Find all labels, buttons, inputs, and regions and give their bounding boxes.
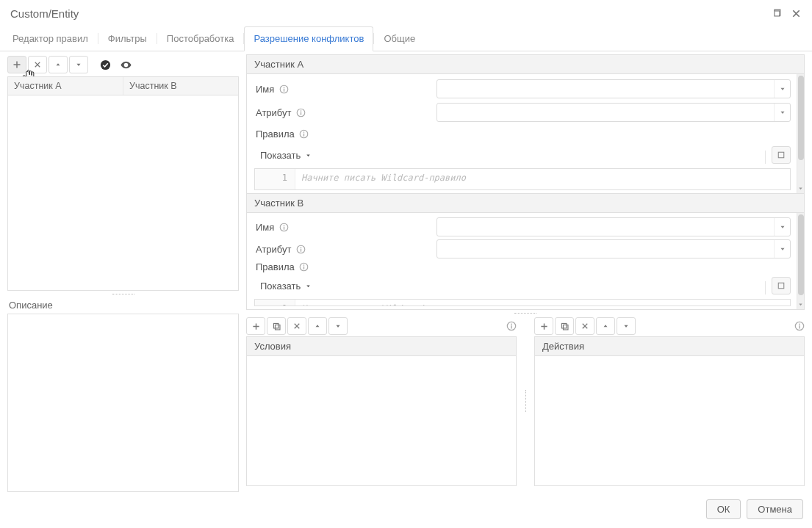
- titlebar: Custom/Entity: [0, 0, 812, 26]
- pa-show-dropdown[interactable]: Показать: [254, 148, 317, 163]
- grid-col-b[interactable]: Участник B: [123, 77, 238, 95]
- editor-placeholder: Начните писать Wildcard-правило: [295, 300, 790, 305]
- pb-rule-editor[interactable]: 1 Начните писать Wildcard-правило: [254, 299, 791, 306]
- right-vertical-splitter[interactable]: [246, 310, 805, 316]
- cond-up-button[interactable]: [308, 317, 327, 335]
- chevron-down-icon: [774, 218, 790, 236]
- conditions-header: Условия: [247, 337, 516, 356]
- pb-name-label: Имя: [256, 222, 274, 233]
- pa-rule-editor[interactable]: 1 Начните писать Wildcard-правило: [254, 168, 791, 190]
- left-vertical-splitter[interactable]: [7, 291, 239, 297]
- editor-gutter: 1: [255, 169, 295, 189]
- actions-column: Действия: [534, 316, 805, 486]
- info-icon[interactable]: [279, 222, 289, 232]
- cancel-button[interactable]: Отмена: [747, 499, 803, 519]
- conditions-box: Условия: [246, 336, 517, 486]
- pa-attr-select[interactable]: [436, 103, 791, 122]
- act-copy-button[interactable]: [555, 317, 574, 335]
- pb-show-dropdown[interactable]: Показать: [254, 278, 317, 294]
- participants-grid[interactable]: Участник A Участник B: [7, 76, 239, 291]
- act-delete-button[interactable]: [575, 317, 594, 335]
- cond-copy-button[interactable]: [267, 317, 286, 335]
- scrollbar-thumb[interactable]: [798, 76, 804, 160]
- chevron-down-icon: [774, 104, 790, 121]
- info-icon[interactable]: [295, 107, 306, 117]
- tab-general[interactable]: Общие: [374, 26, 425, 51]
- move-up-button[interactable]: [48, 56, 68, 73]
- act-add-button[interactable]: [534, 317, 553, 335]
- cond-down-button[interactable]: [328, 317, 348, 335]
- conditions-list[interactable]: [247, 356, 516, 485]
- description-textarea[interactable]: [7, 314, 239, 492]
- chevron-down-icon: [774, 240, 790, 258]
- grid-col-a[interactable]: Участник A: [8, 77, 123, 95]
- restore-icon[interactable]: [769, 6, 784, 21]
- editor-gutter: 1: [255, 300, 295, 305]
- add-button[interactable]: [7, 56, 26, 73]
- editor-placeholder: Начните писать Wildcard-правило: [295, 169, 790, 189]
- participant-a-header: Участник A: [247, 55, 804, 74]
- pb-rules-label: Правила: [256, 261, 295, 272]
- delete-button[interactable]: [28, 56, 47, 73]
- scrollbar-vert[interactable]: [797, 213, 804, 309]
- description-label: Описание: [7, 297, 239, 314]
- pb-attr-select[interactable]: [436, 239, 791, 258]
- conditions-actions-row: Условия: [246, 316, 805, 486]
- conditions-toolbar: [246, 316, 517, 336]
- dialog-window: Custom/Entity Редактор правил Фильтры По…: [0, 0, 812, 528]
- pa-rules-label: Правила: [256, 129, 295, 140]
- pb-name-select[interactable]: [436, 217, 791, 236]
- actions-box: Действия: [534, 336, 805, 486]
- tab-postprocess[interactable]: Постобработка: [157, 26, 244, 51]
- info-icon[interactable]: [506, 321, 517, 331]
- ok-button[interactable]: ОК: [706, 499, 741, 519]
- dialog-body: Участник A Участник B Описание: [0, 51, 812, 492]
- cond-add-button[interactable]: [246, 317, 265, 335]
- cond-delete-button[interactable]: [287, 317, 306, 335]
- info-icon[interactable]: [295, 244, 306, 254]
- pb-attr-label: Атрибут: [256, 244, 291, 255]
- scrollbar-thumb[interactable]: [798, 214, 804, 295]
- window-title: Custom/Entity: [10, 7, 765, 20]
- close-icon[interactable]: [788, 6, 803, 21]
- grid-header: Участник A Участник B: [8, 77, 238, 95]
- info-icon[interactable]: [794, 321, 805, 331]
- move-down-button[interactable]: [69, 56, 88, 73]
- actions-header: Действия: [535, 337, 804, 356]
- participant-b-panel: Участник B Имя: [247, 194, 804, 309]
- tab-bar: Редактор правил Фильтры Постобработка Ра…: [0, 26, 812, 51]
- act-down-button[interactable]: [617, 317, 636, 335]
- validate-icon[interactable]: [96, 56, 115, 73]
- pa-name-select[interactable]: [436, 79, 791, 98]
- info-icon[interactable]: [279, 84, 289, 94]
- scrollbar-vert[interactable]: [797, 74, 804, 193]
- grid-body[interactable]: [8, 95, 238, 290]
- conditions-actions-splitter[interactable]: [524, 316, 527, 486]
- pa-name-label: Имя: [256, 84, 274, 95]
- scroll-down-icon[interactable]: [797, 183, 804, 193]
- tab-rules-editor[interactable]: Редактор правил: [3, 26, 98, 51]
- info-icon[interactable]: [299, 262, 309, 272]
- actions-list[interactable]: [535, 356, 804, 485]
- left-toolbar: [7, 54, 239, 76]
- pb-maximize-editor-button[interactable]: [772, 277, 791, 294]
- info-icon[interactable]: [299, 129, 309, 139]
- participant-b-header: Участник B: [247, 194, 804, 213]
- tab-conflict-resolution[interactable]: Разрешение конфликтов: [244, 26, 373, 51]
- actions-toolbar: [534, 316, 805, 336]
- tab-filters[interactable]: Фильтры: [98, 26, 157, 51]
- pa-maximize-editor-button[interactable]: [772, 146, 791, 164]
- preview-icon[interactable]: [116, 56, 135, 73]
- participant-a-panel: Участник A Имя: [247, 55, 804, 193]
- conditions-column: Условия: [246, 316, 517, 486]
- act-up-button[interactable]: [596, 317, 615, 335]
- right-column: Участник A Имя: [246, 54, 805, 492]
- chevron-down-icon: [305, 152, 312, 159]
- chevron-down-icon: [774, 80, 790, 98]
- chevron-down-icon: [305, 283, 312, 289]
- scroll-down-icon[interactable]: [797, 299, 804, 309]
- pa-attr-label: Атрибут: [256, 107, 291, 118]
- participants-container: Участник A Имя: [246, 54, 805, 310]
- dialog-footer: ОК Отмена: [0, 492, 812, 528]
- left-column: Участник A Участник B Описание: [7, 54, 239, 492]
